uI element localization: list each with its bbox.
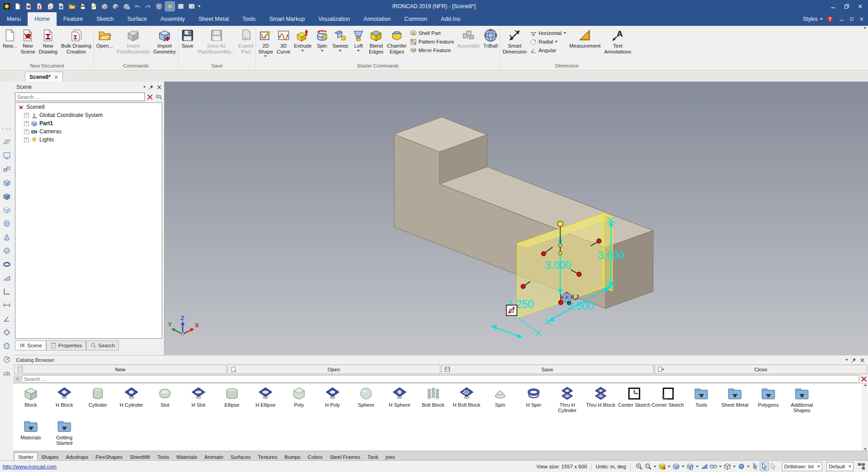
catalog-item-cylinder[interactable]: Cylinder [81,384,115,417]
measurement-button[interactable]: Measurement [568,27,603,49]
catalog-item-polygons[interactable]: Polygons [752,384,785,417]
catalog-item-h-poly[interactable]: H Poly [316,384,349,417]
chamfer-button[interactable]: Chamfer Edges [385,27,408,54]
part-gray-button[interactable] [100,2,109,11]
catalog-item-h-bolt-block[interactable]: H Bolt Block [450,384,483,417]
highlight-tool-button[interactable] [165,2,174,11]
open--button[interactable]: Open... [94,27,115,49]
clear-search-icon[interactable] [146,93,154,101]
catalog-item-materials[interactable]: Materials [14,417,48,450]
new-scene-button[interactable] [24,2,33,11]
dropdown-icon[interactable] [654,466,656,467]
zoom-window-button[interactable] [644,462,652,471]
poly-tool-button[interactable] [2,341,12,351]
catalog-clear-search-icon[interactable] [860,375,868,383]
save-button[interactable] [78,2,87,11]
3d-button[interactable]: 3D Curve [275,27,292,54]
ironcad-link[interactable]: http://www.ironcad.com [3,464,57,469]
new-drawing-button[interactable] [35,2,44,11]
zoom-in-button[interactable] [635,462,643,471]
catalog-new-button[interactable]: New [14,365,227,374]
menu-tab-surface[interactable]: Surface [121,12,154,26]
pin-icon[interactable] [148,84,154,90]
catalog-item-ellipse[interactable]: Ellipse [215,384,249,417]
catalog-item-h-block[interactable]: H Block [48,384,81,417]
sweep-button[interactable]: Sweep [331,27,350,52]
catalog-item-h-ellipse[interactable]: H Ellipse [249,384,282,417]
catalog-close-button[interactable]: Close [655,365,867,374]
catalog-item-bolt-block[interactable]: Bolt Block [416,384,450,417]
catalog-item-thru-h-cylinder[interactable]: Thru H Cylinder [550,384,584,417]
2d-button[interactable]: 2D Shape [256,27,275,57]
dropdown-icon[interactable] [555,41,558,43]
dropdown-icon[interactable] [264,55,267,57]
bulk-drawing-button[interactable]: Bulk Drawing Creation [59,27,93,54]
dropdown-icon[interactable] [719,466,722,467]
import-button[interactable]: Import Geometry [151,27,178,54]
board-button[interactable] [176,2,185,11]
new-button[interactable]: New Scene [19,27,37,54]
catalog-item-corner-sketch[interactable]: Corner Sketch [651,384,685,417]
catalog-item-additional-shapes[interactable]: Additional Shapes [785,384,819,417]
horizontal-button[interactable]: Horizontal [530,29,566,37]
ribbon-collapse-icon[interactable] [863,27,866,29]
cube-light-button[interactable] [2,205,12,215]
sketch-plane-button[interactable] [2,137,12,147]
menu-tab-annotation[interactable]: Annotation [357,12,398,26]
catalog-item-h-cylinder[interactable]: H Cylinder [115,384,148,417]
catalog-pin-icon[interactable] [851,357,857,363]
scene-browser-toggle-icon[interactable] [858,462,865,470]
render-style-select[interactable]: Default [826,462,854,471]
protractor-tool-button[interactable] [2,368,12,378]
dim-height-right[interactable]: 3.000 [598,249,624,261]
catalog-item-h-sphere[interactable]: H Sphere [383,384,416,417]
expand-icon[interactable]: + [24,129,29,134]
menu-tab-home[interactable]: Home [28,12,56,26]
menu-tab-add-ins[interactable]: Add-Ins [434,12,467,26]
catalog-save-button[interactable]: Save [441,365,654,374]
maximize-button[interactable] [840,0,854,12]
new-page-button[interactable] [13,2,22,11]
help-icon[interactable]: ? [826,15,834,23]
blend-button[interactable]: Blend Edges [367,27,385,54]
toolbar-grip[interactable]: • • • [2,127,11,131]
catalog-item-center-sketch[interactable]: Center Sketch [617,384,651,417]
bulk-drawing-button[interactable] [46,2,55,11]
catalog-item-h-slot[interactable]: H Slot [182,384,215,417]
panel-close-icon[interactable] [156,84,162,90]
menu-tab-feature[interactable]: Feature [57,12,90,26]
tree-item-lights[interactable]: +Lights [15,136,162,144]
undo-button[interactable] [133,2,142,11]
preview-button[interactable] [57,2,66,11]
dim-height-center[interactable]: 3.000 [545,259,571,271]
dropdown-icon[interactable] [357,50,360,52]
loft-button[interactable]: Loft [350,27,367,52]
catalog-item-poly[interactable]: Poly [282,384,316,417]
catalog-item-thru-h-block[interactable]: Thru H Block [584,384,617,417]
menu-tab-smart-markup[interactable]: Smart Markup [262,12,312,26]
catalog-menu-icon[interactable] [845,359,848,361]
cube-outline-button[interactable] [723,462,732,471]
menu-tab-sketch[interactable]: Sketch [90,12,121,26]
document-tab[interactable]: Scene8* [25,72,63,82]
redo-button[interactable] [144,2,153,11]
cylinder-tool-button[interactable] [2,219,12,229]
render-mode-button[interactable] [737,462,746,471]
doc-minimize-button[interactable] [837,15,846,23]
tree-item-scene8[interactable]: Scene8 [15,103,162,111]
tree-item-part1[interactable]: +Part1 [15,119,162,127]
dim-width[interactable]: 3.500 [568,300,594,312]
tree-item-global-coordinate-system[interactable]: +Global Coordinate System [15,111,162,119]
search-filter-icon[interactable] [155,93,162,101]
glasses-button[interactable] [709,462,718,471]
styles-menu[interactable]: Styles [803,16,823,22]
catalog-item-tools[interactable]: Tools [685,384,718,417]
expand-icon[interactable]: + [24,113,29,118]
extrude-button[interactable]: Extrude [292,27,313,52]
cone-tool-button[interactable] [2,232,12,242]
import-geometry-button[interactable] [111,2,120,11]
doc-restore-button[interactable] [847,15,856,23]
catalog-open-button[interactable]: Open [227,365,440,374]
ironcad-logo-button[interactable] [2,2,11,11]
catalog-item-getting-started[interactable]: Getting Started [48,417,81,450]
